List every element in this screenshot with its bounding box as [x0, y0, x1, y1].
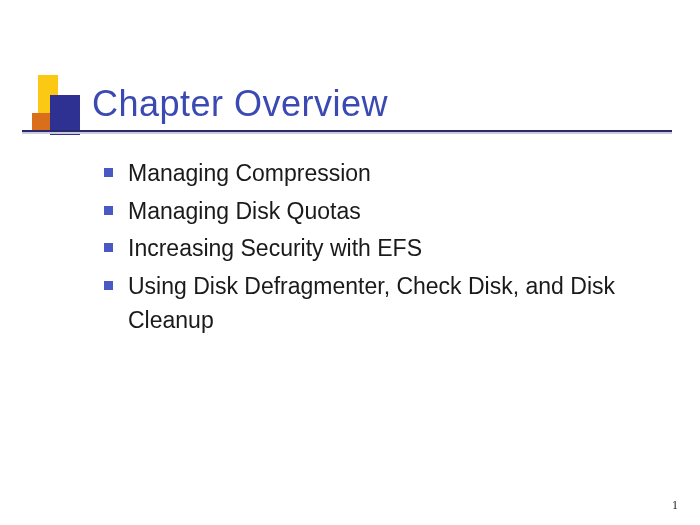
bullet-list: Managing Compression Managing Disk Quota… — [104, 156, 640, 341]
bullet-item: Managing Compression — [104, 156, 640, 191]
page-number: 1 — [672, 498, 678, 513]
slide-corner-decoration — [32, 75, 80, 135]
bullet-item: Increasing Security with EFS — [104, 231, 640, 266]
decoration-orange-square — [32, 113, 50, 131]
bullet-item: Using Disk Defragmenter, Check Disk, and… — [104, 269, 640, 338]
bullet-item: Managing Disk Quotas — [104, 194, 640, 229]
title-underline-shadow — [22, 132, 672, 134]
decoration-navy-rect — [50, 95, 80, 135]
slide-title: Chapter Overview — [92, 83, 388, 125]
